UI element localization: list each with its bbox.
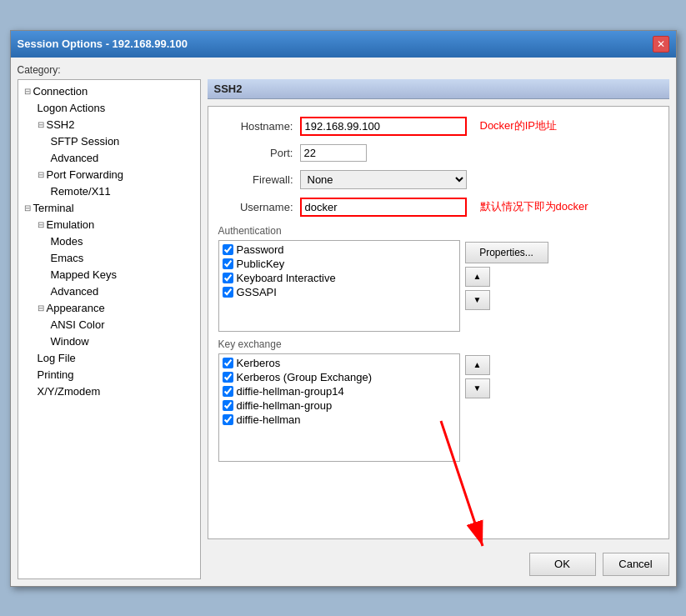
auth-label-gssapi: GSSAPI bbox=[237, 286, 277, 298]
settings-panel: SSH2 Hostname: Docker的IP地址 Port: bbox=[208, 79, 669, 579]
tree-item-terminal[interactable]: ⊟ Terminal bbox=[22, 200, 77, 217]
tree-node-printing: Printing bbox=[35, 367, 197, 383]
cancel-button[interactable]: Cancel bbox=[603, 553, 669, 576]
session-options-window: Session Options - 192.168.99.100 ✕ Categ… bbox=[10, 30, 677, 587]
properties-button[interactable]: Properties... bbox=[465, 242, 548, 263]
minus-icon-app: ⊟ bbox=[38, 301, 44, 316]
log-file-label: Log File bbox=[38, 351, 76, 366]
auth-listbox: Password PublicKey Keyboard Interactive bbox=[218, 240, 460, 332]
tree-node-connection: ⊟ Connection Logon Actions bbox=[22, 83, 197, 200]
keyex-checkbox-dh-group[interactable] bbox=[223, 400, 233, 411]
tree-item-remote-x11[interactable]: Remote/X11 bbox=[48, 183, 113, 200]
auth-item-publickey: PublicKey bbox=[221, 257, 458, 271]
tree-item-modes[interactable]: Modes bbox=[48, 233, 86, 250]
keyex-checkbox-kerberos[interactable] bbox=[223, 358, 233, 368]
close-button[interactable]: ✕ bbox=[653, 36, 669, 53]
tree-item-advanced-terminal[interactable]: Advanced bbox=[48, 283, 102, 300]
tree-item-sftp[interactable]: SFTP Session bbox=[48, 133, 123, 150]
advanced-ssh2-label: Advanced bbox=[51, 151, 99, 166]
keyex-checkbox-kerberos-group[interactable] bbox=[223, 372, 233, 383]
auth-up-button[interactable]: ▲ bbox=[465, 267, 490, 287]
appearance-label: Appearance bbox=[47, 301, 105, 316]
tree-item-log-file[interactable]: Log File bbox=[35, 350, 78, 367]
sftp-label: SFTP Session bbox=[51, 134, 120, 149]
keyex-down-button[interactable]: ▼ bbox=[465, 378, 490, 398]
window-title: Session Options - 192.168.99.100 bbox=[18, 38, 188, 50]
hostname-annotation: Docker的IP地址 bbox=[480, 118, 557, 133]
window-body: Category: ⊟ Connection Logon Actions bbox=[11, 58, 676, 586]
auth-buttons: Properties... ▲ ▼ bbox=[465, 240, 548, 332]
tree-node-advanced-ssh2: Advanced bbox=[48, 150, 197, 167]
auth-label-publickey: PublicKey bbox=[237, 258, 285, 270]
username-label: Username: bbox=[218, 201, 293, 213]
printing-label: Printing bbox=[38, 368, 74, 383]
auth-checkbox-gssapi[interactable] bbox=[223, 287, 233, 298]
firewall-select[interactable]: None SOCKS4 SOCKS5 HTTP bbox=[300, 170, 467, 189]
tree-node-window: Window bbox=[48, 333, 197, 350]
auth-item-gssapi: GSSAPI bbox=[221, 285, 458, 299]
auth-checkbox-keyboard[interactable] bbox=[223, 273, 233, 283]
firewall-row: Firewall: None SOCKS4 SOCKS5 HTTP bbox=[218, 170, 658, 189]
auth-label-password: Password bbox=[237, 243, 284, 256]
minus-icon-emu: ⊟ bbox=[38, 218, 44, 233]
terminal-children: ⊟ Emulation Modes bbox=[22, 217, 197, 400]
tree-item-printing[interactable]: Printing bbox=[35, 367, 77, 383]
port-forwarding-label: Port Forwarding bbox=[47, 168, 123, 183]
keyex-label-dh-group: diffie-hellman-group bbox=[237, 399, 333, 412]
tree-node-modes: Modes bbox=[48, 233, 197, 250]
username-input[interactable] bbox=[300, 198, 467, 217]
pf-children: Remote/X11 bbox=[35, 183, 197, 200]
title-bar: Session Options - 192.168.99.100 ✕ bbox=[11, 31, 676, 58]
tree-node-port-forwarding: ⊟ Port Forwarding Remote/X11 bbox=[35, 167, 197, 200]
minus-icon-ssh2: ⊟ bbox=[38, 118, 44, 133]
tree-item-appearance[interactable]: ⊟ Appearance bbox=[35, 300, 108, 317]
keyex-buttons: ▲ ▼ bbox=[465, 353, 490, 462]
keyex-up-button[interactable]: ▲ bbox=[465, 355, 490, 375]
hostname-input[interactable] bbox=[300, 117, 467, 136]
remote-x11-label: Remote/X11 bbox=[51, 184, 111, 199]
authentication-title: Authentication bbox=[218, 225, 658, 237]
keyex-item-dh: diffie-hellman bbox=[221, 413, 458, 427]
keyex-item-dh-group: diffie-hellman-group bbox=[221, 398, 458, 413]
advanced-terminal-label: Advanced bbox=[51, 284, 99, 299]
tree-item-advanced-ssh2[interactable]: Advanced bbox=[48, 150, 102, 167]
authentication-section: Authentication Password PublicKey bbox=[218, 225, 658, 332]
connection-label: Connection bbox=[33, 84, 88, 99]
tree-item-emacs[interactable]: Emacs bbox=[48, 250, 87, 267]
tree-item-window[interactable]: Window bbox=[48, 333, 92, 350]
key-exchange-title: Key exchange bbox=[218, 338, 658, 350]
keyex-item-dh14: diffie-hellman-group14 bbox=[221, 384, 458, 398]
minus-icon: ⊟ bbox=[24, 84, 31, 99]
keyex-checkbox-dh[interactable] bbox=[223, 414, 233, 425]
ssh2-children: SFTP Session Advanced bbox=[35, 133, 197, 167]
ok-button[interactable]: OK bbox=[529, 553, 596, 576]
auth-label-keyboard: Keyboard Interactive bbox=[237, 272, 336, 284]
logon-actions-label: Logon Actions bbox=[38, 101, 106, 116]
tree-item-mapped-keys[interactable]: Mapped Keys bbox=[48, 267, 120, 283]
tree-item-port-forwarding[interactable]: ⊟ Port Forwarding bbox=[35, 167, 126, 183]
auth-checkbox-publickey[interactable] bbox=[223, 258, 233, 269]
port-input[interactable] bbox=[300, 144, 367, 162]
tree-node-terminal: ⊟ Terminal ⊟ Emulation bbox=[22, 200, 197, 400]
tree-item-emulation[interactable]: ⊟ Emulation bbox=[35, 217, 98, 233]
category-label: Category: bbox=[18, 64, 669, 76]
auth-checkbox-password[interactable] bbox=[223, 244, 233, 255]
main-content: ⊟ Connection Logon Actions bbox=[18, 79, 669, 579]
tree-node-sftp: SFTP Session bbox=[48, 133, 197, 150]
connection-children: Logon Actions ⊟ SSH2 bbox=[22, 100, 197, 200]
tree-item-ssh2[interactable]: ⊟ SSH2 bbox=[35, 117, 78, 133]
tree-node-remote-x11: Remote/X11 bbox=[48, 183, 197, 200]
tree-item-ansi-color[interactable]: ANSI Color bbox=[48, 317, 108, 333]
category-panel: ⊟ Connection Logon Actions bbox=[18, 79, 201, 579]
tree-item-xyzmodem[interactable]: X/Y/Zmodem bbox=[35, 383, 103, 400]
dialog-buttons: OK Cancel bbox=[208, 546, 669, 579]
tree-item-connection[interactable]: ⊟ Connection bbox=[22, 83, 91, 100]
auth-down-button[interactable]: ▼ bbox=[465, 290, 490, 310]
port-row: Port: bbox=[218, 144, 658, 162]
firewall-label: Firewall: bbox=[218, 173, 293, 186]
terminal-label: Terminal bbox=[33, 201, 74, 216]
window-label: Window bbox=[51, 334, 89, 349]
keyex-checkbox-dh14[interactable] bbox=[223, 386, 233, 397]
tree-item-logon-actions[interactable]: Logon Actions bbox=[35, 100, 108, 117]
tree-node-advanced-terminal: Advanced bbox=[48, 283, 197, 300]
